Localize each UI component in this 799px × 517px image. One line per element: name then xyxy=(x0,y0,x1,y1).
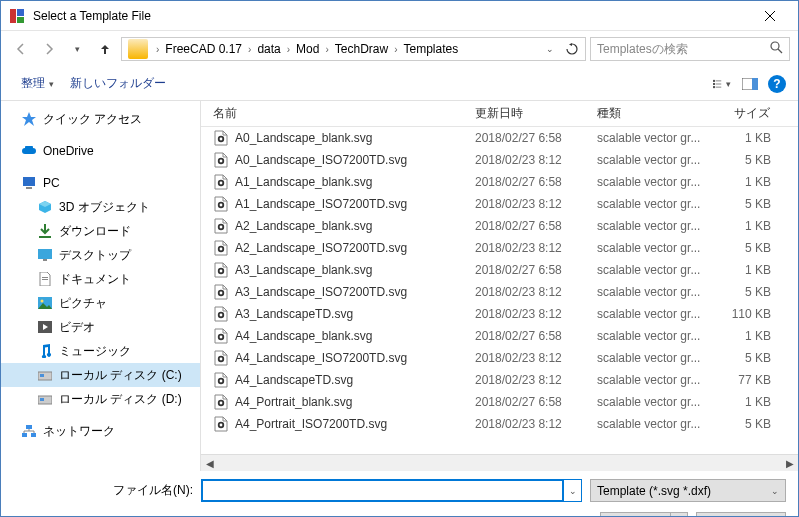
filename-dropdown[interactable]: ⌄ xyxy=(564,479,582,502)
chevron-right-icon[interactable]: › xyxy=(283,44,294,55)
svg-rect-8 xyxy=(716,80,722,81)
file-size: 1 KB xyxy=(709,175,781,189)
sidebar-music[interactable]: ミュージック xyxy=(1,339,200,363)
sidebar-pictures[interactable]: ピクチャ xyxy=(1,291,200,315)
svg-rect-5 xyxy=(713,79,715,81)
file-row[interactable]: A4_Portrait_ISO7200TD.svg2018/02/23 8:12… xyxy=(213,413,798,435)
sidebar-quick-access[interactable]: クイック アクセス xyxy=(1,107,200,131)
sidebar-pc[interactable]: PC xyxy=(1,171,200,195)
sidebar-onedrive[interactable]: OneDrive xyxy=(1,139,200,163)
open-button[interactable]: 開く(O) ▾ xyxy=(600,512,688,517)
sidebar-network[interactable]: ネットワーク xyxy=(1,419,200,443)
sidebar-documents[interactable]: ドキュメント xyxy=(1,267,200,291)
sidebar-downloads[interactable]: ダウンロード xyxy=(1,219,200,243)
preview-pane-button[interactable] xyxy=(740,74,760,94)
sidebar-disk-c[interactable]: ローカル ディスク (C:) xyxy=(1,363,200,387)
file-list[interactable]: A0_Landscape_blank.svg2018/02/27 6:58sca… xyxy=(201,127,798,454)
file-row[interactable]: A0_Landscape_blank.svg2018/02/27 6:58sca… xyxy=(213,127,798,149)
breadcrumb-segment[interactable]: Mod xyxy=(294,38,321,60)
file-date: 2018/02/27 6:58 xyxy=(475,131,597,145)
nav-up-button[interactable] xyxy=(93,37,117,61)
close-button[interactable] xyxy=(750,2,790,30)
nav-forward-button[interactable] xyxy=(37,37,61,61)
toolbar: 整理 ▾ 新しいフォルダー ▾ ? xyxy=(1,67,798,101)
file-row[interactable]: A0_Landscape_ISO7200TD.svg2018/02/23 8:1… xyxy=(213,149,798,171)
desktop-icon xyxy=(37,247,53,263)
videos-icon xyxy=(37,319,53,335)
nav-back-button[interactable] xyxy=(9,37,33,61)
view-mode-button[interactable]: ▾ xyxy=(712,74,732,94)
sidebar-3d-objects[interactable]: 3D オブジェクト xyxy=(1,195,200,219)
filename-input[interactable] xyxy=(201,479,564,502)
column-header-date[interactable]: 更新日時 xyxy=(475,101,597,126)
filetype-select[interactable]: Template (*.svg *.dxf) ⌄ xyxy=(590,479,786,502)
horizontal-scrollbar[interactable]: ◀ ▶ xyxy=(201,454,798,471)
file-row[interactable]: A2_Landscape_blank.svg2018/02/27 6:58sca… xyxy=(213,215,798,237)
file-row[interactable]: A3_LandscapeTD.svg2018/02/23 8:12scalabl… xyxy=(213,303,798,325)
file-name: A3_Landscape_blank.svg xyxy=(235,263,372,277)
open-dropdown[interactable]: ▾ xyxy=(671,513,687,517)
file-size: 5 KB xyxy=(709,197,781,211)
file-area: 名前 更新日時 種類 サイズ A0_Landscape_blank.svg201… xyxy=(201,101,798,471)
file-type: scalable vector gr... xyxy=(597,263,709,277)
scroll-right-button[interactable]: ▶ xyxy=(781,455,798,472)
file-type: scalable vector gr... xyxy=(597,373,709,387)
folder-icon xyxy=(128,39,148,59)
chevron-right-icon[interactable]: › xyxy=(152,44,163,55)
column-header-size[interactable]: サイズ xyxy=(709,101,781,126)
sidebar-disk-d[interactable]: ローカル ディスク (D:) xyxy=(1,387,200,411)
search-placeholder: Templatesの検索 xyxy=(597,41,688,58)
refresh-button[interactable] xyxy=(561,38,583,60)
breadcrumb-segment[interactable]: data xyxy=(255,38,282,60)
file-row[interactable]: A2_Landscape_ISO7200TD.svg2018/02/23 8:1… xyxy=(213,237,798,259)
file-type: scalable vector gr... xyxy=(597,241,709,255)
file-type: scalable vector gr... xyxy=(597,197,709,211)
svg-point-47 xyxy=(220,314,223,317)
sidebar-videos[interactable]: ビデオ xyxy=(1,315,200,339)
file-row[interactable]: A1_Landscape_blank.svg2018/02/27 6:58sca… xyxy=(213,171,798,193)
file-row[interactable]: A4_Landscape_ISO7200TD.svg2018/02/23 8:1… xyxy=(213,347,798,369)
svg-point-53 xyxy=(220,380,223,383)
sidebar-desktop[interactable]: デスクトップ xyxy=(1,243,200,267)
breadcrumb-segment[interactable]: TechDraw xyxy=(333,38,390,60)
svg-point-57 xyxy=(220,424,223,427)
file-date: 2018/02/23 8:12 xyxy=(475,153,597,167)
file-type: scalable vector gr... xyxy=(597,131,709,145)
scroll-left-button[interactable]: ◀ xyxy=(201,455,218,472)
nav-recent-dropdown[interactable]: ▾ xyxy=(65,37,89,61)
file-size: 1 KB xyxy=(709,329,781,343)
address-bar[interactable]: › FreeCAD 0.17 › data › Mod › TechDraw ›… xyxy=(121,37,586,61)
file-row[interactable]: A4_Landscape_blank.svg2018/02/27 6:58sca… xyxy=(213,325,798,347)
file-row[interactable]: A3_Landscape_blank.svg2018/02/27 6:58sca… xyxy=(213,259,798,281)
chevron-right-icon[interactable]: › xyxy=(244,44,255,55)
svg-point-3 xyxy=(771,42,779,50)
search-input[interactable]: Templatesの検索 xyxy=(590,37,790,61)
downloads-icon xyxy=(37,223,53,239)
new-folder-button[interactable]: 新しいフォルダー xyxy=(62,71,174,96)
organize-menu[interactable]: 整理 ▾ xyxy=(13,71,62,96)
file-type: scalable vector gr... xyxy=(597,395,709,409)
file-row[interactable]: A4_LandscapeTD.svg2018/02/23 8:12scalabl… xyxy=(213,369,798,391)
chevron-right-icon[interactable]: › xyxy=(321,44,332,55)
breadcrumb-segment[interactable]: Templates xyxy=(401,38,460,60)
svg-file-icon xyxy=(213,350,229,366)
help-button[interactable]: ? xyxy=(768,75,786,93)
breadcrumb-segment[interactable]: FreeCAD 0.17 xyxy=(163,38,244,60)
file-name: A3_Landscape_ISO7200TD.svg xyxy=(235,285,407,299)
svg-rect-16 xyxy=(38,249,52,259)
chevron-right-icon[interactable]: › xyxy=(390,44,401,55)
svg-file-icon xyxy=(213,218,229,234)
file-name: A4_LandscapeTD.svg xyxy=(235,373,353,387)
address-dropdown[interactable]: ⌄ xyxy=(539,38,561,60)
svg-file-icon xyxy=(213,328,229,344)
column-header-name[interactable]: 名前 xyxy=(213,101,475,126)
file-row[interactable]: A1_Landscape_ISO7200TD.svg2018/02/23 8:1… xyxy=(213,193,798,215)
column-header-type[interactable]: 種類 xyxy=(597,101,709,126)
cancel-button[interactable]: キャンセル xyxy=(696,512,786,517)
svg-rect-29 xyxy=(31,433,36,437)
svg-file-icon xyxy=(213,240,229,256)
file-row[interactable]: A4_Portrait_blank.svg2018/02/27 6:58scal… xyxy=(213,391,798,413)
file-date: 2018/02/27 6:58 xyxy=(475,263,597,277)
file-row[interactable]: A3_Landscape_ISO7200TD.svg2018/02/23 8:1… xyxy=(213,281,798,303)
svg-rect-10 xyxy=(716,86,722,87)
